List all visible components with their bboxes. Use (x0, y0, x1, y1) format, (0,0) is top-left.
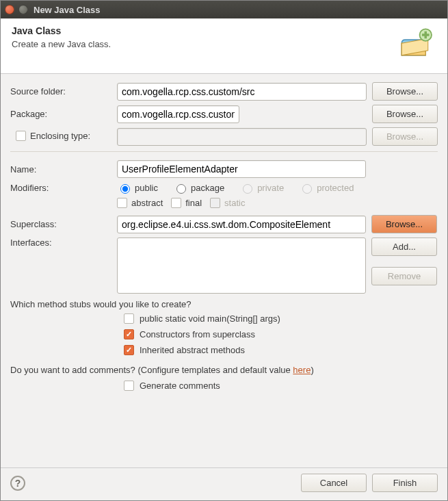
cancel-button[interactable]: Cancel (301, 474, 367, 492)
browse-source-button[interactable]: Browse... (372, 82, 438, 101)
dialog-window: New Java Class Java Class Create a new J… (0, 0, 448, 501)
checkbox-icon (124, 329, 134, 339)
help-icon[interactable]: ? (10, 476, 25, 491)
page-title: Java Class (12, 25, 398, 36)
constructors-checkbox[interactable]: Constructors from superclass (124, 329, 438, 339)
generate-comments-checkbox[interactable]: Generate comments (124, 381, 438, 391)
browse-superclass-button[interactable]: Browse... (371, 215, 437, 233)
name-label: Name: (10, 164, 111, 175)
enclosing-type-checkbox-wrap: Enclosing type: (10, 131, 111, 143)
name-input[interactable] (117, 160, 366, 178)
package-radio[interactable]: package (173, 182, 224, 194)
svg-rect-2 (422, 34, 430, 36)
finish-button[interactable]: Finish (372, 474, 438, 492)
package-row: Package: Browse... (10, 105, 438, 123)
modifiers-row: Modifiers: public package private protec… (10, 182, 438, 194)
checkbox-icon (171, 198, 181, 208)
browse-package-button[interactable]: Browse... (372, 105, 438, 123)
source-folder-label: Source folder: (10, 86, 111, 97)
source-folder-input[interactable] (117, 83, 367, 101)
window-title: New Java Class (34, 5, 443, 15)
checkbox-icon (210, 198, 220, 208)
remove-interface-button: Remove (371, 267, 437, 285)
checkbox-icon (16, 131, 26, 141)
checkbox-icon (124, 345, 134, 355)
minimize-icon[interactable] (18, 5, 28, 14)
close-icon[interactable] (5, 5, 14, 14)
configure-templates-link[interactable]: here (293, 365, 311, 375)
interfaces-list[interactable] (117, 237, 366, 294)
dialog-footer: ? Cancel Finish (1, 467, 447, 500)
add-interface-button[interactable]: Add... (371, 237, 437, 256)
abstract-checkbox[interactable]: abstract (117, 198, 163, 208)
browse-enclosing-button: Browse... (372, 127, 438, 146)
package-input[interactable] (117, 105, 239, 123)
main-method-checkbox[interactable]: public static void main(String[] args) (124, 313, 438, 324)
titlebar-buttons (5, 5, 28, 14)
final-checkbox[interactable]: final (171, 198, 202, 208)
superclass-row: Superclass: Browse... (10, 215, 438, 233)
generate-comments-row: Generate comments (10, 381, 438, 391)
modifiers-label: Modifiers: (10, 183, 111, 193)
public-radio[interactable]: public (117, 182, 158, 194)
package-label: Package: (10, 109, 111, 119)
dialog-body: Source folder: Browse... Package: Browse… (1, 74, 447, 467)
enclosing-type-label: Enclosing type: (30, 131, 90, 141)
interfaces-label: Interfaces: (10, 237, 111, 248)
titlebar: New Java Class (1, 1, 447, 18)
dialog-header: Java Class Create a new Java class. (1, 18, 447, 74)
checkbox-icon (117, 198, 127, 208)
other-modifier-group: abstract final static (117, 198, 245, 208)
comments-question: Do you want to add comments? (Configure … (10, 365, 438, 375)
access-modifier-group: public package private protected (117, 182, 354, 194)
superclass-label: Superclass: (10, 219, 111, 229)
page-subtitle: Create a new Java class. (12, 39, 398, 49)
modifiers-row-2: abstract final static (10, 198, 438, 208)
enclosing-type-checkbox[interactable]: Enclosing type: (16, 131, 90, 141)
superclass-input[interactable] (117, 216, 366, 233)
private-radio: private (239, 182, 284, 194)
enclosing-type-input (117, 128, 367, 146)
protected-radio: protected (299, 182, 354, 194)
java-class-icon (398, 25, 436, 64)
stubs-group: public static void main(String[] args) C… (10, 313, 438, 355)
checkbox-icon (124, 313, 134, 324)
name-row: Name: (10, 160, 438, 178)
separator (10, 151, 438, 152)
checkbox-icon (124, 381, 134, 391)
interfaces-row: Interfaces: Add... Remove (10, 237, 438, 294)
source-folder-row: Source folder: Browse... (10, 82, 438, 101)
enclosing-type-row: Enclosing type: Browse... (10, 127, 438, 146)
static-checkbox: static (210, 198, 245, 208)
stubs-question: Which method stubs would you like to cre… (10, 299, 438, 309)
inherited-methods-checkbox[interactable]: Inherited abstract methods (124, 345, 438, 355)
header-text: Java Class Create a new Java class. (12, 25, 398, 49)
